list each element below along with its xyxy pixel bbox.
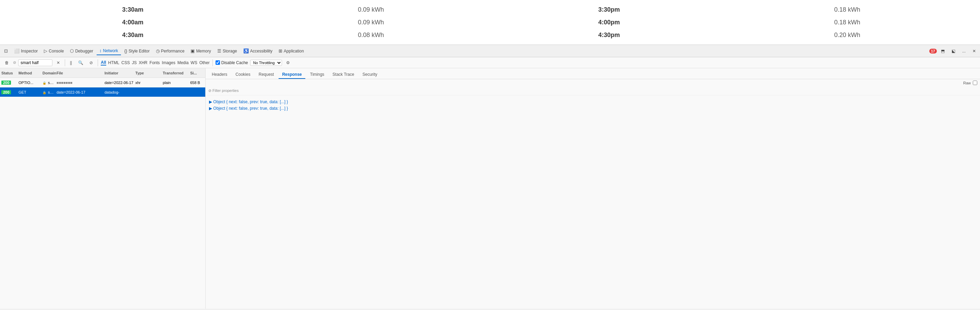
filter-icon: ⊘ bbox=[208, 88, 212, 93]
size-cell: 658 B bbox=[190, 81, 204, 85]
disable-cache-checkbox[interactable] bbox=[216, 60, 220, 65]
memory-button[interactable]: ▣ Memory bbox=[188, 47, 213, 55]
col-header-file: File bbox=[57, 71, 105, 75]
picker-tool-button[interactable]: ⊡ bbox=[2, 47, 11, 55]
devtools-toolbar: ⊡ ⬜ Inspector ▷ Console ⬡ Debugger ↕ Net… bbox=[0, 45, 980, 57]
performance-label: Performance bbox=[161, 49, 185, 53]
picker-icon: ⊡ bbox=[4, 48, 8, 53]
response-line: ▶ Object { next: false, prev: true, data… bbox=[209, 105, 977, 112]
devtools-panel: ⊡ ⬜ Inspector ▷ Console ⬡ Debugger ↕ Net… bbox=[0, 45, 980, 308]
memory-label: Memory bbox=[196, 49, 211, 53]
console-label: Console bbox=[49, 49, 64, 53]
col-header-transferred: Transferred bbox=[163, 71, 190, 75]
col-header-type: Type bbox=[135, 71, 163, 75]
file-cell: ■■■■■■■ bbox=[57, 81, 105, 85]
time-cell: 4:00am bbox=[14, 16, 252, 29]
error-count-badge: 17 bbox=[929, 49, 937, 53]
value-cell: 0.08 kWh bbox=[252, 29, 490, 42]
performance-button[interactable]: ◷ Performance bbox=[153, 47, 188, 55]
debugger-button[interactable]: ⬡ Debugger bbox=[67, 47, 96, 55]
table-row[interactable]: 200 GET 🔒 smartpaymapi.ovoenergy.co... d… bbox=[0, 88, 205, 97]
tab-stack-trace[interactable]: Stack Trace bbox=[329, 70, 357, 79]
status-200-badge: 200 bbox=[2, 81, 11, 85]
application-button[interactable]: ⊞ Application bbox=[276, 47, 307, 55]
search-button[interactable]: 🔍 bbox=[76, 60, 85, 66]
pause-recording-button[interactable]: || bbox=[68, 60, 74, 66]
more-tools-button[interactable]: ... bbox=[959, 47, 968, 55]
col-header-status: Status bbox=[2, 71, 19, 75]
type-filter-xhr[interactable]: XHR bbox=[139, 60, 147, 65]
response-content: ▶ Object { next: false, prev: true, data… bbox=[205, 95, 980, 308]
style-editor-icon: {} bbox=[124, 48, 127, 53]
disable-cache-label[interactable]: Disable Cache bbox=[216, 60, 248, 65]
domain-cell: 🔒 smartpaymapi.ovoenergy.co... bbox=[43, 81, 57, 85]
toolbar-right: 17 ⬒ ⬕ ... ✕ bbox=[929, 47, 978, 55]
value-cell: 0.09 kWh bbox=[252, 3, 490, 16]
time-cell: 4:00pm bbox=[490, 16, 728, 29]
type-filter-all[interactable]: All bbox=[101, 60, 106, 66]
col-header-initiator: Initiator bbox=[105, 71, 135, 75]
type-filter-images[interactable]: Images bbox=[162, 60, 175, 65]
dock-button[interactable]: ⬒ bbox=[938, 47, 947, 55]
clear-requests-button[interactable]: 🗑 bbox=[3, 60, 11, 66]
file-name: date=2022-06-17 bbox=[57, 90, 85, 94]
network-button[interactable]: ↕ Network bbox=[97, 46, 121, 55]
status-badge: 200 bbox=[2, 81, 19, 85]
tab-timings[interactable]: Timings bbox=[307, 70, 328, 79]
responsive-design-button[interactable]: ⬕ bbox=[949, 47, 958, 55]
raw-label: Raw bbox=[963, 81, 971, 85]
close-devtools-button[interactable]: ✕ bbox=[970, 47, 978, 55]
type-cell: xhr bbox=[135, 81, 163, 85]
type-filter-html[interactable]: HTML bbox=[108, 60, 119, 65]
inspector-icon: ⬜ bbox=[14, 48, 19, 53]
lock-icon: 🔒 bbox=[43, 91, 46, 94]
energy-table: 3:30am 0.09 kWh 3:30pm 0.18 kWh 4:00am 0… bbox=[14, 3, 966, 42]
console-icon: ▷ bbox=[44, 48, 47, 53]
close-icon: ✕ bbox=[972, 49, 976, 53]
tab-request[interactable]: Request bbox=[255, 70, 278, 79]
type-filter-other[interactable]: Other bbox=[199, 60, 210, 65]
details-tabs: Headers Cookies Request Response Timings… bbox=[205, 68, 980, 79]
tab-response[interactable]: Response bbox=[278, 70, 305, 79]
domain-text: smartpaymapi.ovoenergy.co... bbox=[48, 81, 57, 85]
col-header-method: Method bbox=[19, 71, 43, 75]
type-filter-css[interactable]: CSS bbox=[121, 60, 130, 65]
type-filter-js[interactable]: JS bbox=[132, 60, 137, 65]
tab-security[interactable]: Security bbox=[359, 70, 381, 79]
response-key: ▶ Object { next: false, prev: true, data… bbox=[209, 106, 288, 111]
clear-filter-button[interactable]: ✕ bbox=[54, 60, 62, 66]
details-panel: Headers Cookies Request Response Timings… bbox=[205, 68, 980, 308]
value-cell: 0.20 kWh bbox=[728, 29, 966, 42]
domain-cell: 🔒 smartpaymapi.ovoenergy.co... bbox=[43, 90, 57, 94]
storage-icon: ☰ bbox=[217, 48, 221, 53]
type-filter-media[interactable]: Media bbox=[178, 60, 189, 65]
application-label: Application bbox=[284, 49, 304, 53]
network-settings-button[interactable]: ⚙ bbox=[284, 60, 292, 66]
response-raw-toggle: Raw bbox=[205, 79, 980, 86]
tab-cookies[interactable]: Cookies bbox=[232, 70, 254, 79]
tab-headers[interactable]: Headers bbox=[208, 70, 231, 79]
style-editor-label: Style Editor bbox=[129, 49, 150, 53]
type-filter-ws[interactable]: WS bbox=[191, 60, 197, 65]
col-header-domain: Domain bbox=[43, 71, 57, 75]
table-row[interactable]: 200 OPTIO... 🔒 smartpaymapi.ovoenergy.co… bbox=[0, 78, 205, 88]
type-filter-fonts[interactable]: Fonts bbox=[150, 60, 160, 65]
value-cell: 0.09 kWh bbox=[252, 16, 490, 29]
application-icon: ⊞ bbox=[278, 48, 282, 53]
accessibility-button[interactable]: ♿ Accessibility bbox=[240, 47, 275, 55]
console-button[interactable]: ▷ Console bbox=[41, 47, 67, 55]
network-icon: ↕ bbox=[99, 48, 102, 53]
network-toolbar: 🗑 ⊘ smart half ✕ || 🔍 ⊘ All HTML CSS JS … bbox=[0, 57, 980, 68]
filter-text-label: ⊘ bbox=[13, 60, 16, 65]
storage-button[interactable]: ☰ Storage bbox=[215, 47, 240, 55]
inspector-button[interactable]: ⬜ Inspector bbox=[11, 47, 40, 55]
performance-icon: ◷ bbox=[156, 48, 160, 53]
method-cell: GET bbox=[19, 90, 43, 94]
style-editor-button[interactable]: {} Style Editor bbox=[122, 47, 153, 55]
raw-checkbox[interactable] bbox=[973, 81, 977, 85]
throttling-select[interactable]: No Throttling bbox=[250, 60, 282, 66]
col-header-size: Si... bbox=[190, 71, 204, 75]
block-url-button[interactable]: ⊘ bbox=[88, 60, 95, 66]
value-cell: 0.18 kWh bbox=[728, 3, 966, 16]
network-content: Status Method Domain File Initiator Type… bbox=[0, 68, 980, 308]
